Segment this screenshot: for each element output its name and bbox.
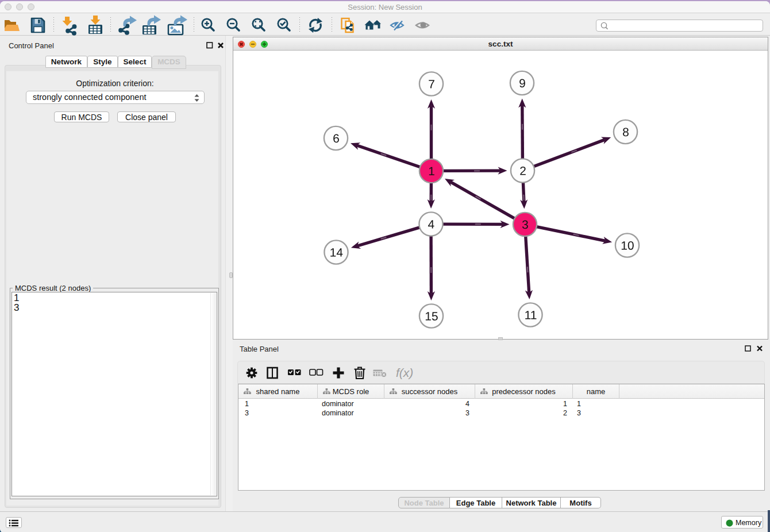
svg-text:f(x): f(x): [396, 366, 413, 379]
